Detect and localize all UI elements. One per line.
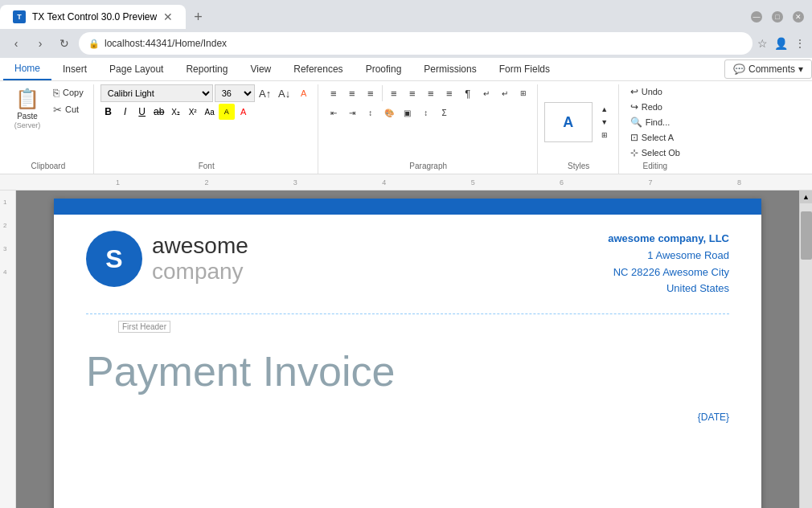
tab-permissions[interactable]: Permissions [412,59,487,80]
font-group-content: Calibri Light 36 A↑ A↓ A B I U ab X₂ X² [100,84,313,160]
tab-proofing[interactable]: Proofing [355,59,413,80]
comments-button[interactable]: 💬 Comments ▾ [724,59,812,79]
close-button[interactable]: ✕ [793,11,804,23]
comments-label: Comments [748,63,795,75]
company-name-bottom: company [152,259,248,285]
numbering-button[interactable]: ≡ [343,84,361,102]
company-address-line3: United States [608,281,729,297]
tab-form-fields[interactable]: Form Fields [488,59,561,80]
profile-icon[interactable]: 👤 [774,37,788,50]
scroll-up-button[interactable]: ▲ [800,190,813,203]
paste-sub: (Server) [14,121,41,130]
bold-button[interactable]: B [100,104,117,120]
comments-icon: 💬 [733,63,745,75]
indent-dec-button[interactable]: ⇤ [325,104,342,121]
editing-label: Editing [625,160,685,170]
browser-controls: — □ ✕ [751,11,812,23]
forward-button[interactable]: › [31,34,50,53]
redo-button[interactable]: ↪ Redo [625,100,667,114]
reload-button[interactable]: ↻ [55,34,74,53]
copy-button[interactable]: ⎘ Copy [48,84,88,100]
vertical-ruler: 1 2 3 4 [0,190,16,508]
grow-font-button[interactable]: A↑ [256,84,274,102]
shrink-font-button[interactable]: A↓ [276,84,293,102]
para-group-content: ≡ ≡ ≡ ≡ ≡ ≡ ≡ ¶ ↵ ↵ ⊞ ⇤ ⇥ ↕ 🎨 [325,84,532,160]
font-color-button[interactable]: A [295,84,313,102]
sum-button[interactable]: Σ [436,104,453,121]
styles-expand-button[interactable]: ⊞ [596,129,613,141]
superscript-button[interactable]: X² [185,104,201,120]
select-all-button[interactable]: ⊡ Select A [625,130,679,145]
align-right-button[interactable]: ≡ [422,84,440,102]
paragraph-group: ≡ ≡ ≡ ≡ ≡ ≡ ≡ ¶ ↵ ↵ ⊞ ⇤ ⇥ ↕ 🎨 [320,84,538,174]
tab-close-button[interactable]: ✕ [163,10,173,23]
align-center-button[interactable]: ≡ [404,84,421,102]
cut-icon: ✂ [53,104,62,116]
sort-button[interactable]: ↕ [417,104,435,121]
align-left-button[interactable]: ≡ [385,84,403,102]
text-color-button[interactable]: A [236,104,252,120]
minimize-button[interactable]: — [751,11,762,23]
paste-button[interactable]: 📋 Paste (Server) [8,84,47,133]
italic-button[interactable]: I [117,104,133,120]
select-objects-button[interactable]: ⊹ Select Ob [625,145,685,160]
active-tab[interactable]: T TX Text Control 30.0 Preview ✕ [0,5,186,29]
rtl-button[interactable]: ↵ [478,84,495,102]
show-marks-button[interactable]: ¶ [459,84,477,102]
font-size-select[interactable]: 36 [215,84,255,102]
copy-cut-stack: ⎘ Copy ✂ Cut [48,84,88,117]
payment-invoice-title[interactable]: Payment Invoice [54,339,761,412]
tab-home[interactable]: Home [3,58,51,80]
strikethrough-button[interactable]: ab [151,104,167,120]
select-all-label: Select A [642,133,674,142]
border-button[interactable]: ▣ [399,104,416,121]
tab-view[interactable]: View [239,59,282,80]
tab-references[interactable]: References [282,59,354,80]
styles-up-button[interactable]: ▲ [596,103,613,116]
styles-box[interactable]: A [544,102,593,142]
address-bar[interactable]: 🔒 localhost:44341/Home/Index [79,32,753,55]
copy-icon: ⎘ [53,87,59,99]
indent-inc-button[interactable]: ⇥ [343,104,361,121]
ltr-button[interactable]: ↵ [496,84,514,102]
redo-icon: ↪ [630,101,638,113]
document-scroll[interactable]: S awesome company awesome company, LLC 1… [16,190,799,508]
logo-circle: S [86,231,142,287]
ruler-marks: 1 2 3 4 5 6 7 8 [51,178,806,186]
company-address-line2: NC 28226 Awesome City [608,264,729,281]
maximize-button[interactable]: □ [772,11,783,23]
scroll-track[interactable] [800,203,812,508]
bullets-button[interactable]: ≡ [325,84,342,102]
underline-button[interactable]: U [134,104,150,120]
tab-reporting[interactable]: Reporting [174,59,239,80]
para-expand-button[interactable]: ⊞ [515,84,532,102]
line-spacing-button[interactable]: ↕ [362,104,379,121]
undo-button[interactable]: ↩ Undo [625,84,667,99]
undo-label: Undo [642,87,662,96]
document-area: 1 2 3 4 S awesome company [0,190,812,508]
bookmark-icon[interactable]: ☆ [757,37,768,50]
find-icon: 🔍 [630,117,642,128]
right-scrollbar[interactable]: ▲ ▼ [799,190,812,508]
paste-label: Paste [17,112,38,121]
multilevel-button[interactable]: ≡ [362,84,379,102]
highlight-button[interactable]: A [219,104,235,120]
shading-button[interactable]: 🎨 [380,104,398,121]
company-address-line1: 1 Awesome Road [608,248,729,264]
justify-button[interactable]: ≡ [441,84,458,102]
scroll-thumb[interactable] [801,211,812,260]
tab-insert[interactable]: Insert [51,59,98,80]
cut-button[interactable]: ✂ Cut [48,101,88,117]
menu-icon[interactable]: ⋮ [794,37,806,50]
subscript-button[interactable]: X₂ [168,104,184,120]
tab-page-layout[interactable]: Page Layout [98,59,174,80]
font-name-select[interactable]: Calibri Light [100,84,213,102]
styles-down-button[interactable]: ▼ [596,116,613,129]
find-button[interactable]: 🔍 Find... [625,115,675,129]
cut-label: Cut [65,104,79,114]
new-tab-button[interactable]: + [186,6,211,29]
back-button[interactable]: ‹ [6,34,26,53]
styles-group: A ▲ ▼ ⊞ Styles [539,84,619,174]
change-case-button[interactable]: Aa [202,104,218,120]
paste-icon: 📋 [15,88,39,110]
